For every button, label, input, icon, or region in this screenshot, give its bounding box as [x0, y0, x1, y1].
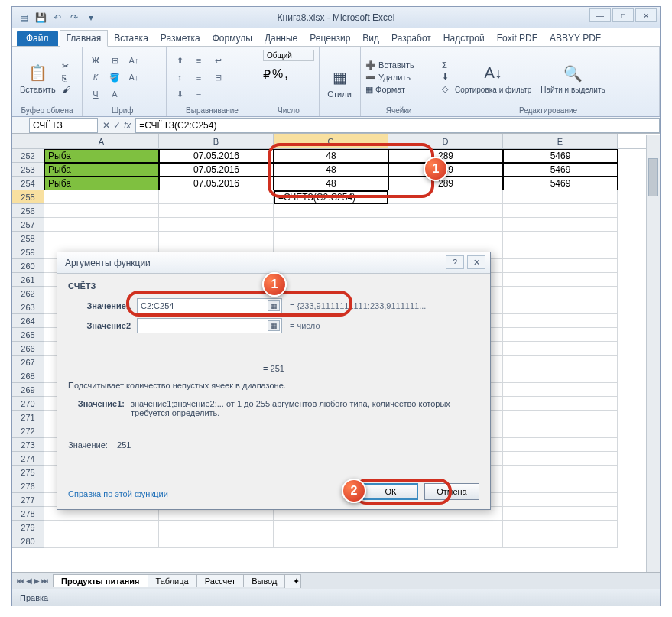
row-header[interactable]: 271 — [12, 411, 44, 424]
cell[interactable] — [503, 314, 618, 328]
fill-color-icon[interactable]: 🪣 — [106, 70, 123, 85]
row-header[interactable]: 261 — [12, 273, 44, 287]
cell[interactable] — [274, 204, 388, 218]
tab-formulas[interactable]: Формулы — [206, 31, 258, 46]
formula-input[interactable]: =СЧЁТЗ(C2:C254) — [135, 118, 660, 133]
cell[interactable] — [503, 232, 618, 245]
row-header[interactable]: 258 — [12, 232, 44, 245]
row-header[interactable]: 268 — [12, 369, 44, 383]
cell[interactable] — [274, 232, 388, 245]
autosum-icon[interactable]: Σ — [442, 60, 449, 70]
row-header[interactable]: 256 — [12, 204, 44, 218]
row-header[interactable]: 278 — [12, 507, 44, 521]
row-header[interactable]: 269 — [12, 383, 44, 397]
insert-cells-button[interactable]: ➕ Вставить — [365, 60, 414, 70]
tab-view[interactable]: Вид — [356, 31, 385, 46]
cell[interactable] — [44, 190, 159, 204]
col-header-A[interactable]: A — [44, 134, 159, 148]
row-header[interactable]: 274 — [12, 452, 44, 466]
row-header[interactable]: 253 — [12, 163, 44, 177]
clear-icon[interactable]: ◇ — [442, 84, 449, 94]
paste-button[interactable]: 📋 Вставить — [17, 59, 59, 96]
row-header[interactable]: 263 — [12, 300, 44, 314]
col-header-E[interactable]: E — [503, 134, 618, 148]
cell[interactable]: 5469 — [503, 177, 618, 190]
cancel-formula-icon[interactable]: ✕ — [102, 120, 110, 131]
cell[interactable] — [503, 369, 618, 383]
cell[interactable] — [159, 534, 274, 548]
cell[interactable] — [503, 287, 618, 300]
cell[interactable] — [159, 218, 274, 232]
bold-icon[interactable]: Ж — [87, 53, 104, 68]
cell[interactable] — [274, 534, 388, 548]
align-bottom-icon[interactable]: ⬇ — [171, 86, 188, 102]
sheet-nav-first-icon[interactable]: ⏮ — [17, 576, 24, 585]
tab-developer[interactable]: Разработ — [385, 31, 437, 46]
align-middle-icon[interactable]: ↕ — [171, 70, 188, 85]
new-sheet-button[interactable]: ✦ — [284, 574, 301, 588]
cell[interactable]: 07.05.2016 — [159, 149, 274, 163]
cell[interactable] — [388, 204, 503, 218]
cell[interactable]: 289 — [388, 177, 503, 190]
cell[interactable]: Рыба — [44, 163, 159, 177]
cell[interactable] — [503, 342, 618, 356]
cell[interactable] — [274, 218, 388, 232]
cell[interactable] — [503, 438, 618, 452]
cell[interactable]: 07.05.2016 — [159, 177, 274, 190]
arg2-input[interactable]: ▦ — [137, 318, 282, 333]
cell[interactable]: 5469 — [503, 163, 618, 177]
cell[interactable] — [274, 521, 388, 534]
fx-icon[interactable]: fx — [124, 120, 131, 131]
row-header[interactable]: 276 — [12, 479, 44, 493]
cell[interactable] — [503, 259, 618, 273]
cell[interactable] — [388, 232, 503, 245]
active-cell[interactable]: =СЧЕТЗ(C2:C254) — [274, 190, 388, 204]
maximize-button[interactable]: □ — [612, 8, 634, 22]
col-header-B[interactable]: B — [159, 134, 274, 148]
cell[interactable] — [503, 466, 618, 479]
tab-layout[interactable]: Разметка — [154, 31, 206, 46]
scrollbar-thumb[interactable] — [648, 158, 658, 196]
row-header[interactable]: 270 — [12, 397, 44, 411]
sheet-tab-products[interactable]: Продукты питания — [53, 574, 148, 587]
row-header[interactable]: 259 — [12, 245, 44, 259]
align-top-icon[interactable]: ⬆ — [171, 53, 188, 68]
cell[interactable] — [503, 218, 618, 232]
format-cells-button[interactable]: ▦ Формат — [365, 85, 414, 95]
cell[interactable] — [44, 534, 159, 548]
tab-home[interactable]: Главная — [60, 30, 109, 47]
cell[interactable] — [503, 273, 618, 287]
cell[interactable] — [503, 493, 618, 507]
tab-review[interactable]: Рецензир — [304, 31, 356, 46]
font-grow-icon[interactable]: A↑ — [125, 53, 142, 68]
cell[interactable]: Рыба — [44, 149, 159, 163]
name-box[interactable]: СЧЁТЗ — [29, 118, 98, 133]
tab-addins[interactable]: Надстрой — [437, 31, 491, 46]
cell[interactable]: 289 — [388, 163, 503, 177]
delete-cells-button[interactable]: ➖ Удалить — [365, 73, 414, 83]
cell[interactable] — [503, 300, 618, 314]
copy-icon[interactable]: ⎘ — [62, 73, 70, 83]
cell[interactable] — [503, 356, 618, 369]
row-header[interactable]: 254 — [12, 177, 44, 190]
sheet-nav-next-icon[interactable]: ▶ — [34, 576, 40, 585]
help-link[interactable]: Справка по этой функции — [68, 489, 168, 498]
cell[interactable] — [159, 204, 274, 218]
cell[interactable] — [388, 534, 503, 548]
number-format-select[interactable]: Общий — [263, 50, 314, 61]
cell[interactable] — [44, 232, 159, 245]
row-header[interactable]: 266 — [12, 342, 44, 356]
arg1-input[interactable]: C2:C254 ▦ — [137, 298, 282, 313]
wrap-text-icon[interactable]: ↩ — [209, 53, 226, 68]
row-header[interactable]: 273 — [12, 438, 44, 452]
row-header[interactable]: 257 — [12, 218, 44, 232]
qat-more-icon[interactable]: ▾ — [84, 11, 98, 24]
cell[interactable]: 48 — [274, 149, 388, 163]
underline-icon[interactable]: Ч — [87, 86, 104, 102]
cell[interactable]: Рыба — [44, 177, 159, 190]
cell[interactable] — [503, 534, 618, 548]
cell[interactable]: 5469 — [503, 149, 618, 163]
tab-foxit[interactable]: Foxit PDF — [491, 31, 544, 46]
border-icon[interactable]: ⊞ — [106, 53, 123, 68]
cell[interactable]: 48 — [274, 177, 388, 190]
